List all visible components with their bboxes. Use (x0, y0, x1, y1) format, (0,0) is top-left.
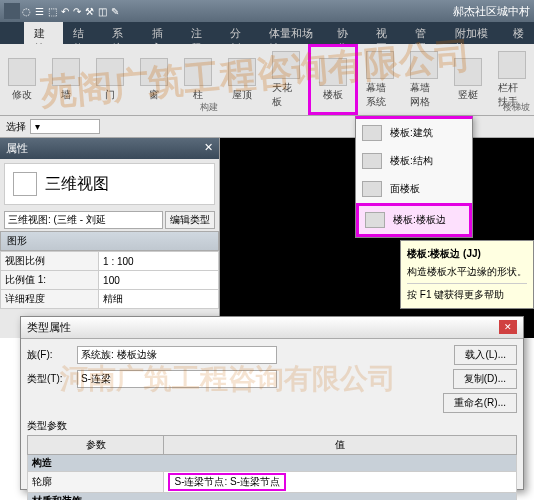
dropdown-item[interactable]: 楼板:楼板边 (356, 203, 472, 237)
ribbon-tab[interactable]: 视图 (366, 22, 405, 44)
select-combo[interactable]: ▾ (30, 119, 100, 134)
ribbon-tab[interactable]: 分析 (220, 22, 259, 44)
ribbon-tab[interactable]: 插入 (142, 22, 181, 44)
prop-key: 视图比例 (1, 252, 99, 271)
ribbon-button[interactable]: 门 (88, 44, 132, 115)
duplicate-button[interactable]: 复制(D)... (453, 369, 517, 389)
ribbon: 修改 构建 楼梯坡 墙门窗柱屋顶天花板楼板幕墙 系统幕墙 网格竖梃栏杆扶手坡 (0, 44, 534, 116)
close-icon[interactable]: ✕ (499, 320, 517, 334)
rename-button[interactable]: 重命名(R)... (443, 393, 517, 413)
floor-dropdown: 楼板:建筑楼板:结构面楼板楼板:楼板边 (355, 116, 473, 238)
ribbon-tab[interactable]: 楼 (503, 22, 534, 44)
param-value[interactable]: S-连梁节点: S-连梁节点 (164, 472, 517, 493)
ribbon-tab[interactable]: 建筑 (24, 22, 63, 44)
ribbon-button[interactable]: 楼板 (308, 44, 358, 115)
tooltip: 楼板:楼板边 (JJ) 构造楼板水平边缘的形状。 按 F1 键获得更多帮助 (400, 240, 534, 309)
ribbon-tab[interactable]: 附加模块 (445, 22, 503, 44)
quick-access-toolbar[interactable]: ◌☰⬚↶↷⚒◫✎ (22, 6, 119, 17)
dialog-titlebar: 类型属性 ✕ (21, 317, 523, 339)
props-section: 图形 (0, 231, 219, 251)
select-label: 选择 (6, 120, 26, 134)
ribbon-tab[interactable]: 协作 (327, 22, 366, 44)
props-table: 视图比例1 : 100比例值 1:100详细程度精细 (0, 251, 219, 309)
col-param: 参数 (28, 436, 164, 455)
ribbon-tab[interactable]: 管理 (405, 22, 444, 44)
ribbon-button[interactable]: 幕墙 网格 (402, 44, 446, 115)
project-title: 郝杰社区城中村 (453, 4, 530, 19)
ribbon-tab[interactable]: 体量和场地 (259, 22, 327, 44)
prop-value[interactable]: 精细 (99, 290, 219, 309)
home-icon (13, 172, 37, 196)
title-bar: ◌☰⬚↶↷⚒◫✎ 郝杰社区城中村 (0, 0, 534, 22)
param-key: 轮廓 (28, 472, 164, 493)
type-params-label: 类型参数 (27, 419, 517, 433)
col-value: 值 (164, 436, 517, 455)
ribbon-button[interactable]: 屋顶 (220, 44, 264, 115)
properties-panel: 属性 ✕ 三维视图 三维视图: (三维 - 刘延 编辑类型 图形 视图比例1 :… (0, 138, 220, 338)
ribbon-group-label-2: 楼梯坡 (503, 101, 530, 114)
ribbon-tab[interactable]: 系统 (102, 22, 141, 44)
type-properties-dialog: 类型属性 ✕ 族(F): 系统族: 楼板边缘 载入(L)... 类型(T): S… (20, 316, 524, 490)
view-combo[interactable]: 三维视图: (三维 - 刘延 (4, 211, 163, 229)
type-combo[interactable]: S-连梁 (77, 370, 277, 388)
param-group: 构造 (28, 455, 517, 472)
type-label: 类型(T): (27, 372, 77, 386)
ribbon-button[interactable]: 窗 (132, 44, 176, 115)
tooltip-body: 构造楼板水平边缘的形状。 (407, 265, 527, 279)
dropdown-item[interactable]: 楼板:结构 (356, 147, 472, 175)
family-label: 族(F): (27, 348, 77, 362)
close-icon[interactable]: ✕ (204, 141, 213, 156)
prop-value[interactable]: 1 : 100 (99, 252, 219, 271)
prop-key: 比例值 1: (1, 271, 99, 290)
ribbon-tabs: 建筑结构系统插入注释分析体量和场地协作视图管理附加模块楼 (0, 22, 534, 44)
prop-key: 详细程度 (1, 290, 99, 309)
app-logo (4, 3, 20, 19)
param-group: 材质和装饰 (28, 493, 517, 501)
load-button[interactable]: 载入(L)... (454, 345, 517, 365)
family-combo[interactable]: 系统族: 楼板边缘 (77, 346, 277, 364)
edit-type-button[interactable]: 编辑类型 (165, 211, 215, 229)
ribbon-button[interactable]: 竖梃 (446, 44, 490, 115)
type-selector[interactable]: 三维视图 (4, 163, 215, 205)
ribbon-button[interactable]: 天花板 (264, 44, 308, 115)
dropdown-item[interactable]: 楼板:建筑 (356, 119, 472, 147)
ribbon-group-label: 构建 (200, 101, 218, 114)
modify-button[interactable]: 修改 (0, 44, 44, 115)
dropdown-item[interactable]: 面楼板 (356, 175, 472, 203)
ribbon-tab[interactable]: 注释 (181, 22, 220, 44)
type-params-table: 参数值构造轮廓S-连梁节点: S-连梁节点材质和装饰材质GZ-混凝土标识数据类型… (27, 435, 517, 500)
ribbon-tab[interactable]: 结构 (63, 22, 102, 44)
ribbon-button[interactable]: 墙 (44, 44, 88, 115)
ribbon-button[interactable]: 幕墙 系统 (358, 44, 402, 115)
properties-header: 属性 ✕ (0, 138, 219, 159)
tooltip-title: 楼板:楼板边 (JJ) (407, 247, 527, 261)
prop-value[interactable]: 100 (99, 271, 219, 290)
tooltip-footer: 按 F1 键获得更多帮助 (407, 283, 527, 302)
